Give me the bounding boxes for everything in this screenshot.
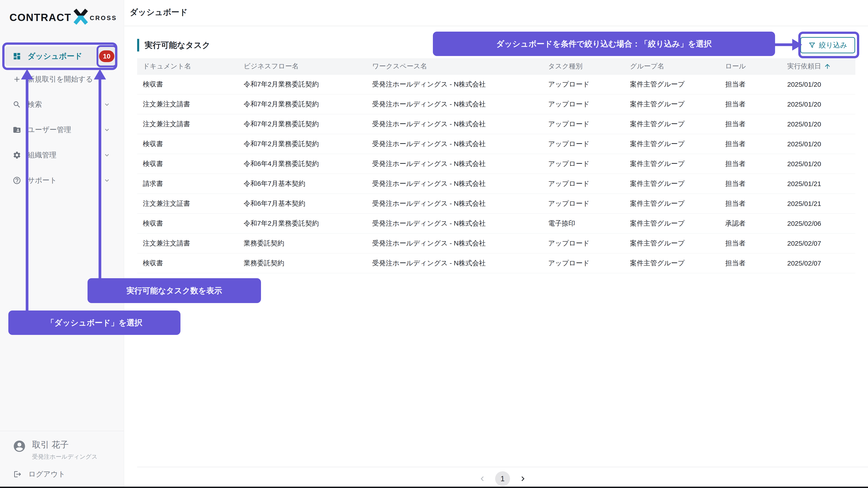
logout-button[interactable]: ログアウト [13, 469, 65, 479]
header-divider [124, 26, 868, 26]
table-cell: 2025/01/21 [782, 174, 856, 194]
table-cell: 令和7年2月業務委託契約 [238, 94, 367, 114]
section-heading: 実行可能なタスク [137, 39, 210, 52]
gear-icon [12, 151, 21, 160]
column-header[interactable]: ロール [720, 58, 782, 74]
sidebar-item-support[interactable]: サポート [5, 173, 118, 188]
table-row[interactable]: 注文兼注文請書令和7年2月業務委託契約受発注ホールディングス - N株式会社アッ… [137, 114, 856, 134]
table-cell: 担当者 [720, 233, 782, 253]
table-cell: 担当者 [720, 94, 782, 114]
table-cell: 担当者 [720, 154, 782, 174]
column-header[interactable]: タスク種別 [542, 58, 624, 74]
table-cell: 受発注ホールディングス - N株式会社 [367, 134, 542, 154]
column-header-label: ビジネスフロー名 [244, 62, 299, 71]
user-company: 受発注ホールディングス [32, 453, 97, 461]
pagination-next-icon[interactable] [518, 474, 528, 484]
sidebar-item-search[interactable]: 検索 [5, 97, 118, 112]
main-content: ダッシュボード 実行可能なタスク 絞り込み ドキュメント名ビジネスフロー名ワーク… [124, 0, 868, 488]
column-header-label: ワークスペース名 [372, 62, 427, 71]
table-cell: 令和6年7月基本契約 [238, 174, 367, 194]
table-cell: アップロード [542, 174, 624, 194]
table-cell: 検収書 [137, 253, 238, 273]
table-cell: 2025/02/06 [782, 213, 856, 233]
logo-x-mark [73, 8, 89, 25]
sort-ascending-icon[interactable] [824, 63, 831, 70]
user-profile[interactable]: 取引 花子 受発注ホールディングス [12, 439, 119, 461]
sidebar-item-org-management[interactable]: 組織管理 [5, 147, 118, 163]
user-name: 取引 花子 [32, 439, 97, 451]
sidebar-item-label: ダッシュボード [28, 51, 82, 61]
chevron-down-icon [103, 126, 111, 134]
table-row[interactable]: 注文兼注文請書令和7年2月業務委託契約受発注ホールディングス - N株式会社アッ… [137, 94, 856, 114]
table-cell: 注文兼注文請書 [137, 94, 238, 114]
table-cell: 案件主管グループ [624, 233, 720, 253]
logout-label: ログアウト [28, 469, 65, 479]
table-cell: アップロード [542, 75, 624, 94]
table-cell: 業務委託契約 [238, 253, 367, 273]
sidebar-item-label: 検索 [28, 99, 42, 110]
column-header[interactable]: ビジネスフロー名 [238, 58, 367, 74]
column-header-label: グループ名 [630, 62, 664, 71]
table-cell: 検収書 [137, 213, 238, 233]
filter-button[interactable]: 絞り込み [800, 37, 855, 53]
sidebar-nav: ダッシュボード10新規取引を開始する検索ユーザー管理組織管理サポート [5, 44, 118, 188]
table-row[interactable]: 検収書業務委託契約受発注ホールディングス - N株式会社アップロード案件主管グル… [137, 253, 856, 273]
sidebar-item-dashboard[interactable]: ダッシュボード10 [5, 47, 118, 66]
column-header[interactable]: ワークスペース名 [367, 58, 542, 74]
table-cell: 令和6年7月基本契約 [238, 194, 367, 213]
pagination-current-page[interactable]: 1 [495, 471, 510, 486]
table-row[interactable]: 注文兼注文請書業務委託契約受発注ホールディングス - N株式会社アップロード案件… [137, 233, 856, 253]
table-row[interactable]: 検収書令和7年2月業務委託契約受発注ホールディングス - N株式会社アップロード… [137, 75, 856, 94]
task-table-body: 検収書令和7年2月業務委託契約受発注ホールディングス - N株式会社アップロード… [137, 75, 856, 273]
table-cell: 注文兼注文請書 [137, 114, 238, 134]
table-cell: 案件主管グループ [624, 253, 720, 273]
table-cell: 受発注ホールディングス - N株式会社 [367, 233, 542, 253]
help-icon [12, 176, 21, 185]
table-cell: 令和6年4月業務委託契約 [238, 154, 367, 174]
table-cell: 案件主管グループ [624, 75, 720, 94]
chevron-down-icon [103, 151, 111, 159]
sidebar-item-label: 新規取引を開始する [28, 74, 93, 84]
table-cell: 案件主管グループ [624, 114, 720, 134]
task-table-header: ドキュメント名ビジネスフロー名ワークスペース名タスク種別グループ名ロール実行依頼… [137, 58, 856, 75]
table-cell: 担当者 [720, 174, 782, 194]
column-header[interactable]: グループ名 [624, 58, 720, 74]
sidebar-item-user-management[interactable]: ユーザー管理 [5, 122, 118, 138]
table-cell: アップロード [542, 94, 624, 114]
table-cell: 2025/02/07 [782, 253, 856, 273]
search-icon [12, 100, 21, 109]
table-row[interactable]: 請求書令和6年7月基本契約受発注ホールディングス - N株式会社アップロード案件… [137, 174, 856, 194]
column-header[interactable]: 実行依頼日 [782, 58, 856, 74]
task-count-badge: 10 [99, 50, 114, 62]
app-window: CONTRACT CROSS ダッシュボード10新規取引を開始する検索ユーザー管… [0, 0, 868, 488]
logo-text-contract: CONTRACT [9, 11, 71, 24]
table-cell: 受発注ホールディングス - N株式会社 [367, 154, 542, 174]
plus-icon [12, 75, 21, 84]
table-cell: アップロード [542, 194, 624, 213]
folder-user-icon [12, 125, 21, 134]
table-cell: 受発注ホールディングス - N株式会社 [367, 114, 542, 134]
table-row[interactable]: 検収書令和7年2月業務委託契約受発注ホールディングス - N株式会社アップロード… [137, 134, 856, 154]
table-row[interactable]: 注文兼注文証書令和6年7月基本契約受発注ホールディングス - N株式会社アップロ… [137, 194, 856, 213]
table-cell: 案件主管グループ [624, 154, 720, 174]
sidebar-item-new-transaction[interactable]: 新規取引を開始する [5, 71, 118, 87]
table-cell: 担当者 [720, 114, 782, 134]
table-cell: 検収書 [137, 134, 238, 154]
chevron-down-icon [103, 101, 111, 108]
column-header-label: ドキュメント名 [143, 62, 191, 71]
table-cell: 2025/01/21 [782, 194, 856, 213]
pagination-prev-icon[interactable] [477, 474, 487, 484]
table-row[interactable]: 検収書令和6年4月業務委託契約受発注ホールディングス - N株式会社アップロード… [137, 154, 856, 174]
column-header[interactable]: ドキュメント名 [137, 58, 238, 74]
table-cell: 令和7年2月業務委託契約 [238, 134, 367, 154]
table-cell: 請求書 [137, 174, 238, 194]
section-title: 実行可能なタスク [145, 40, 210, 51]
table-row[interactable]: 検収書令和7年2月業務委託契約受発注ホールディングス - N株式会社電子捺印案件… [137, 213, 856, 233]
table-cell: 受発注ホールディングス - N株式会社 [367, 194, 542, 213]
filter-button-label: 絞り込み [819, 40, 847, 50]
table-cell: 2025/01/20 [782, 94, 856, 114]
table-cell: 令和7年2月業務委託契約 [238, 75, 367, 94]
table-cell: 受発注ホールディングス - N株式会社 [367, 75, 542, 94]
table-cell: 注文兼注文請書 [137, 233, 238, 253]
column-header-label: ロール [725, 62, 746, 71]
